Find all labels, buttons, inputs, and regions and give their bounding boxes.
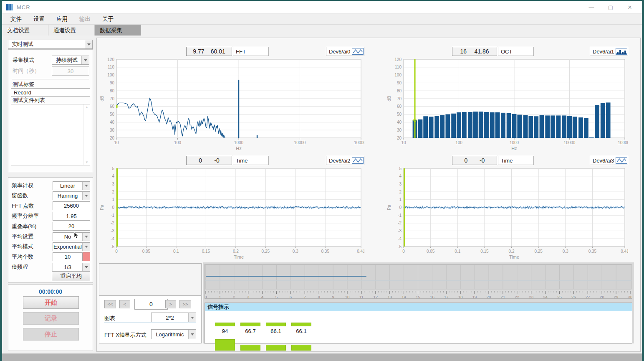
restart-average-button[interactable]: 重启平均 (52, 271, 90, 281)
svg-text:3: 3 (112, 182, 114, 186)
chevron-down-icon[interactable] (82, 182, 90, 190)
param-select-1[interactable]: Hanning (53, 191, 90, 200)
scroll-down-icon[interactable]: ▼ (85, 160, 88, 164)
svg-text:0.41: 0.41 (357, 249, 364, 254)
svg-text:-5: -5 (111, 244, 114, 249)
svg-text:Time: Time (234, 254, 244, 259)
tab-1[interactable]: 通道设置 (48, 25, 95, 36)
chevron-down-icon[interactable] (81, 56, 89, 64)
test-mode-value: 实时测试 (8, 41, 85, 48)
svg-text:0.1: 0.1 (455, 249, 460, 254)
nav-index-input[interactable]: 0 (134, 299, 168, 310)
svg-text:0.35: 0.35 (321, 249, 330, 254)
test-file-list[interactable]: ▲ ▼ (11, 104, 90, 165)
param-input-7[interactable]: 10 (53, 252, 83, 261)
param-select-6[interactable]: Exponential (53, 242, 90, 251)
svg-text:20: 20 (397, 136, 402, 140)
menu-item-4[interactable]: 关于 (96, 15, 119, 23)
svg-text:100: 100 (394, 73, 402, 77)
svg-text:10: 10 (401, 140, 406, 145)
svg-text:-3: -3 (111, 229, 114, 233)
divider (104, 322, 196, 323)
svg-text:60: 60 (397, 104, 402, 109)
svg-text:0: 0 (399, 205, 402, 210)
oct-plot[interactable]: 2030405060708090100110120101001000100001… (386, 58, 628, 151)
svg-text:Pa: Pa (386, 204, 391, 210)
scroll-up-icon[interactable]: ▲ (85, 105, 88, 109)
tab-0[interactable]: 文档设置 (2, 25, 48, 36)
svg-text:110: 110 (108, 65, 114, 69)
fft-plot[interactable]: 2030405060708090100110120101001000100001… (99, 58, 364, 151)
chart-layout-select[interactable]: 2*2 (151, 313, 196, 323)
signal-level-value: 66.7 (240, 328, 260, 334)
signal-level-value: 66.1 (291, 328, 311, 334)
scrollbar[interactable]: ▲ ▼ (83, 104, 90, 165)
signal-meter-bar (240, 345, 260, 351)
svg-text:dB: dB (386, 96, 391, 101)
record-timeline[interactable]: 0123456789101112131415161718192021222324… (205, 264, 632, 301)
svg-text:10000: 10000 (564, 140, 576, 145)
time-left-channel-box[interactable]: Dev6/ai2 (326, 156, 364, 165)
tab-2[interactable]: 数据采集 (95, 25, 141, 36)
svg-text:80: 80 (110, 89, 115, 93)
param-row-0: 频率计权Linear (12, 181, 90, 190)
oct-channel-box[interactable]: Dev6/ai1 (590, 47, 628, 56)
fft-channel-box[interactable]: Dev6/ai0 (326, 47, 364, 56)
svg-text:1000: 1000 (510, 140, 519, 145)
chevron-down-icon[interactable] (82, 263, 90, 271)
param-input-2[interactable]: 25600 (53, 201, 90, 210)
param-value-7: 10 (65, 254, 71, 260)
fft-axis-mode-select[interactable]: Logarithmic (151, 329, 196, 339)
param-select-8[interactable]: 1/3 (53, 263, 90, 272)
svg-text:2: 2 (112, 190, 114, 194)
time-right-plot[interactable]: -5-4-3-2-101234500.050.10.150.20.250.30.… (386, 167, 628, 260)
nav-last-button[interactable]: >> (179, 300, 191, 308)
channel-name: Dev6/ai0 (329, 48, 350, 55)
chevron-down-icon[interactable] (82, 192, 90, 200)
nav-prev-button[interactable]: < (119, 300, 130, 308)
chevron-down-icon[interactable] (188, 313, 196, 322)
param-input-4[interactable]: 20 (53, 222, 90, 231)
signal-channel-3: 66.1 (291, 320, 311, 352)
param-select-0[interactable]: Linear (53, 181, 90, 190)
maximize-button[interactable]: ▢ (601, 1, 620, 14)
svg-text:11: 11 (359, 295, 364, 299)
param-value-1: Hanning (53, 193, 82, 199)
param-label-4: 重叠率(%) (12, 223, 36, 230)
svg-text:29: 29 (614, 295, 619, 299)
menu-item-2[interactable]: 应用 (51, 15, 73, 23)
param-row-7: 平均个数10 (12, 252, 90, 262)
acquisition-mode-select[interactable]: 持续测试 (52, 56, 89, 65)
svg-text:0.15: 0.15 (480, 249, 489, 254)
oct-cursor-readout: 1641.86 (452, 47, 497, 56)
test-mode-select[interactable]: 实时测试 (8, 40, 93, 49)
param-row-6: 平均模式Exponential (12, 242, 90, 251)
nav-next-button[interactable]: > (165, 300, 176, 308)
chevron-down-icon[interactable] (188, 330, 196, 339)
signal-channel-1: 66.7 (240, 320, 260, 352)
chevron-down-icon[interactable] (82, 233, 90, 241)
time-right-channel-box[interactable]: Dev6/ai3 (590, 156, 628, 165)
start-button[interactable]: 开始 (23, 296, 79, 309)
svg-text:4: 4 (261, 295, 263, 299)
minimize-button[interactable]: — (582, 1, 601, 14)
svg-text:0.2: 0.2 (233, 249, 239, 254)
svg-text:10: 10 (114, 140, 119, 145)
record-button: 记录 (23, 312, 79, 325)
close-button[interactable]: ✕ (620, 1, 639, 14)
test-label-input[interactable]: Record (11, 88, 90, 97)
param-row-2: FFT 点数25600 (12, 201, 90, 211)
cursor-value-1: -0 (480, 157, 485, 164)
nav-first-button[interactable]: << (104, 300, 116, 308)
signal-indicator-panel: 信号指示 9466.766.166.1 (205, 303, 632, 344)
chevron-down-icon[interactable] (85, 40, 92, 48)
svg-text:-4: -4 (398, 236, 402, 241)
menu-item-0[interactable]: 文件 (5, 15, 28, 23)
menu-item-1[interactable]: 设置 (28, 15, 51, 23)
time-left-plot[interactable]: -5-4-3-2-101234500.050.10.150.20.250.30.… (99, 167, 364, 260)
param-select-5[interactable]: No (53, 232, 90, 241)
fft-title-box: FFT (233, 47, 269, 56)
run-control-groupbox: 00:00:00 开始 记录 停止 (8, 284, 93, 351)
param-input-3[interactable]: 1.95 (53, 212, 90, 221)
chevron-down-icon[interactable] (82, 243, 90, 251)
